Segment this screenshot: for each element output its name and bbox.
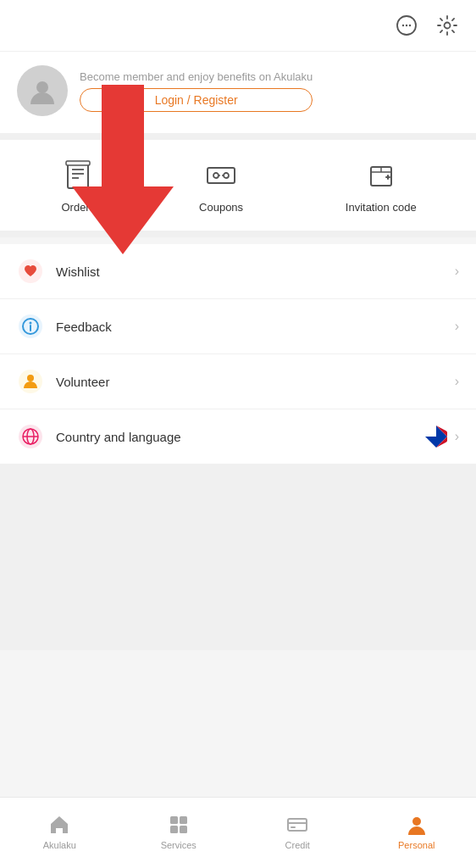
svg-rect-10 xyxy=(66,161,90,165)
svg-point-12 xyxy=(213,173,219,178)
nav-personal-label: Personal xyxy=(398,840,434,850)
feedback-icon xyxy=(17,313,44,340)
country-chevron: › xyxy=(455,429,459,444)
menu-item-feedback[interactable]: Feedback › xyxy=(0,299,476,354)
invitation-label: Invitation code xyxy=(346,201,417,214)
flag-philippines xyxy=(424,425,448,448)
menu-item-volunteer[interactable]: Volunteer › xyxy=(0,354,476,409)
menu-list: Wishlist › Feedback › Volunte xyxy=(0,244,476,464)
section-divider-1 xyxy=(0,133,476,140)
svg-point-2 xyxy=(406,25,407,26)
orders-icon xyxy=(59,157,97,194)
svg-rect-35 xyxy=(170,826,178,833)
svg-point-23 xyxy=(30,322,32,325)
orders-label: Orders xyxy=(61,201,95,214)
svg-rect-11 xyxy=(208,168,235,183)
quick-actions: Orders Coupons Invitation code xyxy=(0,140,476,231)
svg-point-26 xyxy=(27,375,34,381)
svg-rect-37 xyxy=(288,819,307,831)
feedback-right: › xyxy=(455,319,459,334)
svg-rect-34 xyxy=(180,816,187,824)
volunteer-icon xyxy=(17,368,44,395)
quick-action-coupons[interactable]: Coupons xyxy=(199,157,243,214)
profile-section: Become member and enjoy benefits on Akul… xyxy=(0,52,476,133)
svg-point-40 xyxy=(412,817,421,826)
coupons-label: Coupons xyxy=(199,201,243,214)
bottom-nav: Akulaku Services Credit xyxy=(0,797,476,868)
nav-personal-icon xyxy=(405,813,429,837)
volunteer-label: Volunteer xyxy=(56,375,455,389)
feedback-label: Feedback xyxy=(56,320,455,334)
nav-services-label: Services xyxy=(161,840,196,850)
invitation-icon xyxy=(363,157,400,194)
nav-akulaku-icon xyxy=(47,813,71,837)
message-icon[interactable] xyxy=(391,10,422,41)
svg-point-3 xyxy=(409,25,411,26)
country-icon xyxy=(17,423,44,450)
nav-credit-icon xyxy=(285,813,309,837)
svg-rect-39 xyxy=(291,826,296,828)
top-bar xyxy=(0,0,476,52)
svg-point-1 xyxy=(402,25,404,26)
avatar xyxy=(17,65,68,116)
menu-item-wishlist[interactable]: Wishlist › xyxy=(0,244,476,299)
nav-services-icon xyxy=(167,813,191,837)
menu-item-country-language[interactable]: Country and language › xyxy=(0,409,476,464)
profile-info: Become member and enjoy benefits on Akul… xyxy=(80,70,313,112)
nav-akulaku-label: Akulaku xyxy=(43,840,76,850)
country-language-label: Country and language xyxy=(56,430,424,444)
coupons-icon xyxy=(202,157,240,194)
nav-credit[interactable]: Credit xyxy=(238,813,357,850)
nav-services[interactable]: Services xyxy=(119,813,239,850)
wishlist-chevron: › xyxy=(455,264,459,279)
wishlist-right: › xyxy=(455,264,459,279)
nav-akulaku[interactable]: Akulaku xyxy=(0,813,119,850)
volunteer-chevron: › xyxy=(455,374,459,389)
login-register-button[interactable]: Login / Register xyxy=(80,88,313,112)
svg-rect-36 xyxy=(180,826,187,833)
wishlist-label: Wishlist xyxy=(56,264,455,279)
svg-rect-6 xyxy=(68,163,88,188)
profile-tagline: Become member and enjoy benefits on Akul… xyxy=(80,70,313,83)
feedback-chevron: › xyxy=(455,319,459,334)
svg-point-13 xyxy=(224,173,229,178)
svg-rect-33 xyxy=(170,816,178,824)
section-divider-2 xyxy=(0,231,476,237)
quick-action-orders[interactable]: Orders xyxy=(59,157,97,214)
volunteer-right: › xyxy=(455,374,459,389)
quick-action-invitation[interactable]: Invitation code xyxy=(346,157,417,214)
nav-personal[interactable]: Personal xyxy=(357,813,477,850)
svg-point-4 xyxy=(445,23,451,29)
nav-credit-label: Credit xyxy=(285,840,310,850)
wishlist-icon xyxy=(17,258,44,285)
gray-area xyxy=(0,464,476,650)
country-right: › xyxy=(424,425,459,448)
svg-point-5 xyxy=(36,81,48,93)
settings-icon[interactable] xyxy=(432,10,462,41)
